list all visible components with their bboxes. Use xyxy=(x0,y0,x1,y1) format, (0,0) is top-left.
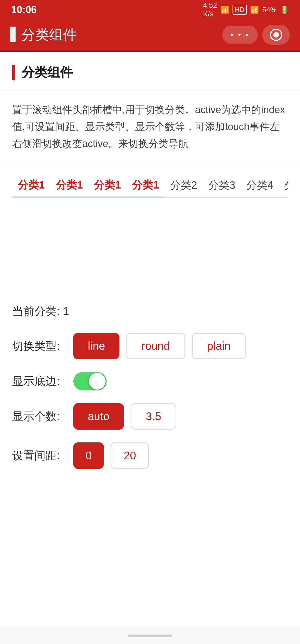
toolbar: ‹ 分类组件 • • • xyxy=(0,19,300,50)
gap-20-button[interactable]: 20 xyxy=(111,442,149,469)
back-button[interactable]: ‹ xyxy=(10,26,16,42)
toolbar-right: • • • xyxy=(222,25,290,45)
wifi-icon: 📶 xyxy=(220,6,229,14)
show-bottom-row: 显示底边: xyxy=(12,372,288,390)
tab-item[interactable]: 分类1 xyxy=(50,174,88,198)
current-category-label: 当前分类: xyxy=(12,305,63,317)
type-round-button[interactable]: round xyxy=(126,333,185,359)
record-inner-dot xyxy=(273,32,279,38)
tab-item[interactable]: 分类5 xyxy=(279,174,288,197)
signal-icon: 📶 xyxy=(250,6,259,14)
record-button[interactable] xyxy=(262,25,290,45)
section-accent-bar xyxy=(12,65,15,80)
switch-type-label: 切换类型: xyxy=(12,338,73,354)
more-dots-icon: • • • xyxy=(231,30,249,39)
set-gap-label: 设置间距: xyxy=(12,448,73,463)
tab-item[interactable]: 分类4 xyxy=(241,174,279,197)
status-time: 10:06 xyxy=(11,4,37,16)
status-icons: 4.52K/s 📶 HD 📶 54% 🔋 xyxy=(203,1,289,18)
content-spacer xyxy=(0,198,300,293)
switch-type-row: 切换类型: line round plain xyxy=(12,333,288,359)
tabs-demo: 分类1 分类1 分类1 分类1 分类2 分类3 分类4 分类5 分类6 分类 xyxy=(0,165,300,198)
type-line-button[interactable]: line xyxy=(73,333,119,359)
show-bottom-toggle[interactable] xyxy=(73,372,107,390)
tab-item[interactable]: 分类3 xyxy=(203,174,241,197)
tab-item[interactable]: 分类1 xyxy=(88,174,126,198)
more-button[interactable]: • • • xyxy=(222,26,258,44)
battery-text: 54% xyxy=(262,6,277,14)
page-bottom-spacer xyxy=(0,498,300,644)
count-auto-button[interactable]: auto xyxy=(73,403,124,430)
current-category-row: 当前分类: 1 xyxy=(12,304,288,319)
show-bottom-toggle-wrapper xyxy=(73,372,107,390)
switch-type-buttons: line round plain xyxy=(73,333,246,359)
battery-icon: 🔋 xyxy=(280,6,289,14)
type-plain-button[interactable]: plain xyxy=(192,333,246,359)
hd-badge: HD xyxy=(232,5,247,15)
current-category-value: 1 xyxy=(63,305,69,317)
status-bar: 10:06 4.52K/s 📶 HD 📶 54% 🔋 xyxy=(0,0,300,19)
section-title: 分类组件 xyxy=(22,64,73,81)
bottom-navigation-bar xyxy=(0,627,300,644)
toolbar-left: ‹ 分类组件 xyxy=(10,26,77,44)
tab-item[interactable]: 分类2 xyxy=(165,174,203,197)
description-text: 置于滚动组件头部插槽中,用于切换分类。active为选中的index值,可设置间… xyxy=(12,101,288,152)
description-block: 置于滚动组件头部插槽中,用于切换分类。active为选中的index值,可设置间… xyxy=(0,90,300,165)
bottom-home-indicator xyxy=(128,635,172,637)
show-count-row: 显示个数: auto 3.5 xyxy=(12,403,288,430)
tab-item[interactable]: 分类1 xyxy=(12,174,50,198)
control-section: 当前分类: 1 切换类型: line round plain 显示底边: 显示个… xyxy=(0,293,300,498)
content-area: 分类组件 置于滚动组件头部插槽中,用于切换分类。active为选中的index值… xyxy=(0,52,300,644)
set-gap-row: 设置间距: 0 20 xyxy=(12,442,288,469)
gap-0-button[interactable]: 0 xyxy=(73,442,104,469)
show-count-buttons: auto 3.5 xyxy=(73,403,176,430)
toolbar-title: 分类组件 xyxy=(21,26,77,44)
toggle-knob xyxy=(89,373,106,390)
set-gap-buttons: 0 20 xyxy=(73,442,149,469)
tab-item[interactable]: 分类1 xyxy=(126,174,164,198)
show-count-label: 显示个数: xyxy=(12,409,73,424)
section-header: 分类组件 xyxy=(0,52,300,90)
tabs-row: 分类1 分类1 分类1 分类1 分类2 分类3 分类4 分类5 分类6 分类 xyxy=(12,174,288,198)
record-icon xyxy=(270,29,282,41)
show-bottom-label: 显示底边: xyxy=(12,373,73,389)
count-3-5-button[interactable]: 3.5 xyxy=(131,403,177,430)
speed-indicator: 4.52K/s xyxy=(203,1,217,18)
